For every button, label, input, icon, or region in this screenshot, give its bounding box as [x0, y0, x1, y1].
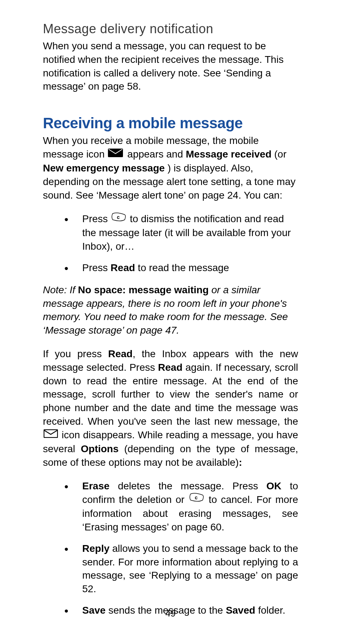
text-bold-read: Read — [110, 262, 135, 273]
text-fragment: appears and — [127, 149, 186, 160]
text-bold-options: Options — [81, 443, 119, 454]
text-fragment: (or — [274, 149, 286, 160]
para-note-no-space: Note: If No space: message waiting or a … — [43, 283, 298, 337]
svg-rect-4 — [44, 430, 58, 438]
text-fragment: Press — [82, 213, 110, 224]
bullet-list-options: Erase deletes the message. Press OK to c… — [43, 479, 298, 617]
bullet-list-actions: Press c to dismiss the notification and … — [43, 212, 298, 275]
c-key-icon: c — [110, 212, 127, 225]
svg-text:c: c — [195, 495, 198, 500]
para-receiving-intro: When you receive a mobile message, the m… — [43, 134, 298, 202]
text-fragment: : — [239, 457, 242, 468]
svg-text:c: c — [117, 214, 120, 220]
text-bold-erase: Erase — [82, 480, 109, 491]
para-delivery-notification: When you send a message, you can request… — [43, 39, 298, 93]
para-read-details: If you press Read, the Inbox appears wit… — [43, 347, 298, 469]
heading-receiving-mobile-message: Receiving a mobile message — [43, 115, 298, 132]
list-item: Reply allows you to send a message back … — [64, 542, 298, 596]
page-number: 49 — [0, 608, 341, 619]
c-key-icon: c — [188, 492, 205, 506]
text-bold-no-space: No space: message waiting — [78, 284, 209, 295]
text-fragment: Press — [82, 262, 110, 273]
text-bold-new-emergency: New emergency message — [43, 163, 165, 174]
list-item: Press c to dismiss the notification and … — [64, 212, 298, 253]
document-page: Message delivery notification When you s… — [0, 0, 341, 644]
text-bold-ok: OK — [266, 480, 281, 491]
text-fragment: allows you to send a message back to the… — [82, 543, 298, 594]
envelope-outline-icon — [44, 428, 58, 441]
text-bold-read: Read — [108, 348, 132, 359]
text-fragment: Note: If — [43, 284, 78, 295]
list-item: Erase deletes the message. Press OK to c… — [64, 479, 298, 534]
text-bold-message-received: Message received — [186, 149, 272, 160]
list-item: Press Read to read the message — [64, 261, 298, 275]
heading-delivery-notification: Message delivery notification — [43, 21, 298, 36]
text-bold-read: Read — [158, 362, 182, 373]
text-fragment: deletes the message. Press — [109, 480, 266, 491]
envelope-icon — [108, 148, 123, 161]
text-bold-reply: Reply — [82, 543, 109, 554]
text-fragment: If you press — [43, 348, 108, 359]
text-fragment: to read the message — [138, 262, 229, 273]
